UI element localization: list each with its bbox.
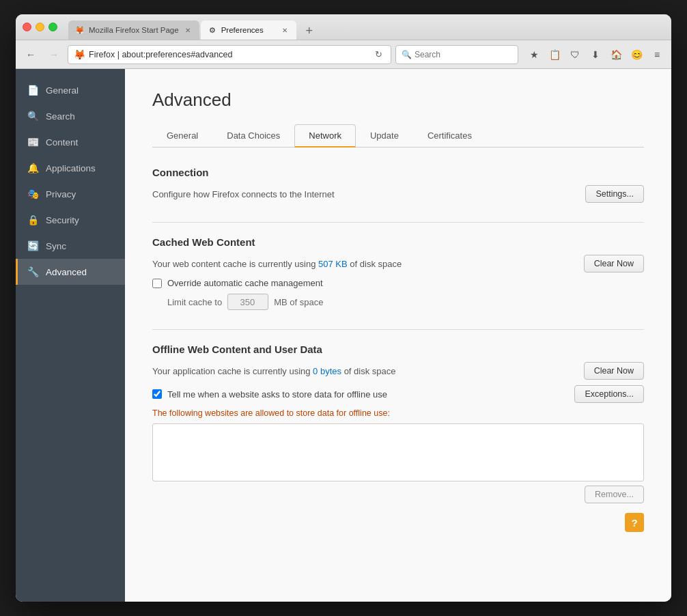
override-cache-checkbox[interactable] <box>152 279 162 288</box>
toolbar-icons: ★ 📋 🛡 ⬇ 🏠 😊 ≡ <box>525 46 666 64</box>
cached-size-desc: Your web content cache is currently usin… <box>152 259 402 269</box>
offline-note: The following websites are allowed to st… <box>152 408 644 418</box>
content-icon: 📰 <box>27 136 39 148</box>
offline-list-area[interactable] <box>152 423 644 481</box>
cached-size-row: Your web content cache is currently usin… <box>152 255 644 272</box>
main-content: 📄 General 🔍 Search 📰 Content 🔔 Applicati… <box>16 69 671 602</box>
url-text: Firefox | about:preferences#advanced <box>89 50 368 59</box>
cached-desc-suffix: of disk space <box>348 259 402 269</box>
connection-title: Connection <box>152 167 644 178</box>
limit-cache-input[interactable] <box>227 294 268 310</box>
offline-web-content-section: Offline Web Content and User Data Your a… <box>152 344 644 532</box>
sidebar-item-security[interactable]: 🔒 Security <box>16 207 125 233</box>
settings-button[interactable]: Settings... <box>585 185 644 203</box>
tell-me-checkbox-row: Tell me when a website asks to store dat… <box>152 389 387 400</box>
connection-section: Connection Configure how Firefox connect… <box>152 167 644 203</box>
sidebar-label-security: Security <box>46 215 79 225</box>
forward-button[interactable]: → <box>44 45 64 64</box>
shield-icon[interactable]: 🛡 <box>566 46 584 64</box>
sidebar-item-sync[interactable]: 🔄 Sync <box>16 233 125 259</box>
tab-title-1: Mozilla Firefox Start Page <box>89 26 179 34</box>
tell-me-row: Tell me when a website asks to store dat… <box>152 385 644 403</box>
offline-size-row: Your application cache is currently usin… <box>152 362 644 380</box>
tab-favicon-1: 🦊 <box>75 25 85 35</box>
limit-cache-suffix: MB of space <box>274 297 323 307</box>
reload-button[interactable]: ↻ <box>372 49 385 59</box>
general-icon: 📄 <box>27 84 39 96</box>
sidebar-item-privacy[interactable]: 🎭 Privacy <box>16 181 125 207</box>
search-nav-icon: 🔍 <box>27 110 39 122</box>
browser-window: 🦊 Mozilla Firefox Start Page ✕ ⚙ Prefere… <box>16 14 671 602</box>
sidebar-item-general[interactable]: 📄 General <box>16 77 125 103</box>
security-icon: 🔒 <box>27 214 39 226</box>
close-button[interactable] <box>23 23 31 31</box>
tab-update[interactable]: Update <box>356 124 413 148</box>
emoji-icon[interactable]: 😊 <box>628 46 645 64</box>
tab-start-page[interactable]: 🦊 Mozilla Firefox Start Page ✕ <box>68 20 199 40</box>
cached-desc-prefix: Your web content cache is currently usin… <box>152 259 318 269</box>
search-input[interactable] <box>415 50 503 59</box>
cached-size-value: 507 KB <box>318 259 348 269</box>
sidebar-label-sync: Sync <box>46 241 66 251</box>
divider-2 <box>152 329 644 330</box>
traffic-lights <box>23 23 57 31</box>
sidebar-item-advanced[interactable]: 🔧 Advanced <box>16 259 125 285</box>
download-icon[interactable]: ⬇ <box>587 46 604 64</box>
sidebar-item-applications[interactable]: 🔔 Applications <box>16 155 125 181</box>
tab-close-1[interactable]: ✕ <box>183 25 193 35</box>
search-bar[interactable]: 🔍 <box>395 45 518 64</box>
tab-favicon-2: ⚙ <box>208 25 217 35</box>
preferences-panel: Advanced General Data Choices Network Up… <box>125 69 671 602</box>
clear-cache-button[interactable]: Clear Now <box>584 255 644 272</box>
tell-me-label: Tell me when a website asks to store dat… <box>167 389 387 400</box>
sidebar: 📄 General 🔍 Search 📰 Content 🔔 Applicati… <box>16 69 125 602</box>
home-icon[interactable]: 🏠 <box>607 46 625 64</box>
limit-cache-label: Limit cache to <box>167 297 222 307</box>
minimize-button[interactable] <box>36 23 44 31</box>
maximize-button[interactable] <box>48 23 57 31</box>
tab-general[interactable]: General <box>152 124 212 148</box>
firefox-logo-icon: 🦊 <box>74 49 85 60</box>
tabs-container: 🦊 Mozilla Firefox Start Page ✕ ⚙ Prefere… <box>68 14 664 40</box>
tab-title-2: Preferences <box>221 26 276 34</box>
sidebar-label-advanced: Advanced <box>46 267 87 277</box>
override-cache-row: Override automatic cache management <box>152 278 644 288</box>
connection-row: Configure how Firefox connects to the In… <box>152 185 644 203</box>
sidebar-label-search: Search <box>46 111 75 122</box>
sidebar-label-privacy: Privacy <box>46 189 76 199</box>
advanced-icon: 🔧 <box>27 266 39 278</box>
offline-size-desc: Your application cache is currently usin… <box>152 366 396 376</box>
cached-web-content-title: Cached Web Content <box>152 236 644 248</box>
help-button[interactable]: ? <box>625 513 644 532</box>
search-icon: 🔍 <box>402 50 412 59</box>
tab-datachoices[interactable]: Data Choices <box>212 124 294 148</box>
exceptions-button[interactable]: Exceptions... <box>574 385 644 403</box>
url-input-container[interactable]: 🦊 Firefox | about:preferences#advanced ↻ <box>68 45 391 64</box>
tab-preferences[interactable]: ⚙ Preferences ✕ <box>201 20 296 40</box>
url-bar: ← → 🦊 Firefox | about:preferences#advanc… <box>16 40 671 69</box>
sidebar-label-general: General <box>46 85 79 96</box>
divider-1 <box>152 222 644 223</box>
connection-desc: Configure how Firefox connects to the In… <box>152 189 335 199</box>
reading-list-icon[interactable]: 📋 <box>546 46 563 64</box>
clear-offline-button[interactable]: Clear Now <box>584 362 644 380</box>
sidebar-item-search[interactable]: 🔍 Search <box>16 103 125 129</box>
tell-me-checkbox[interactable] <box>152 389 162 399</box>
sidebar-item-content[interactable]: 📰 Content <box>16 129 125 155</box>
offline-size-value: 0 bytes <box>313 366 341 376</box>
url-path: about:preferences#advanced <box>122 50 232 59</box>
bookmark-icon[interactable]: ★ <box>525 46 543 64</box>
tab-certificates[interactable]: Certificates <box>413 124 486 148</box>
remove-button[interactable]: Remove... <box>585 486 644 503</box>
offline-title: Offline Web Content and User Data <box>152 344 644 355</box>
new-tab-button[interactable]: + <box>300 22 318 40</box>
sidebar-label-applications: Applications <box>46 163 96 173</box>
pref-tabs: General Data Choices Network Update Cert… <box>152 124 644 148</box>
applications-icon: 🔔 <box>27 162 39 174</box>
offline-desc-prefix: Your application cache is currently usin… <box>152 366 313 376</box>
menu-icon[interactable]: ≡ <box>648 46 666 64</box>
tab-network[interactable]: Network <box>294 124 356 148</box>
back-button[interactable]: ← <box>21 45 40 64</box>
override-cache-label: Override automatic cache management <box>167 278 323 288</box>
tab-close-2[interactable]: ✕ <box>280 25 290 35</box>
